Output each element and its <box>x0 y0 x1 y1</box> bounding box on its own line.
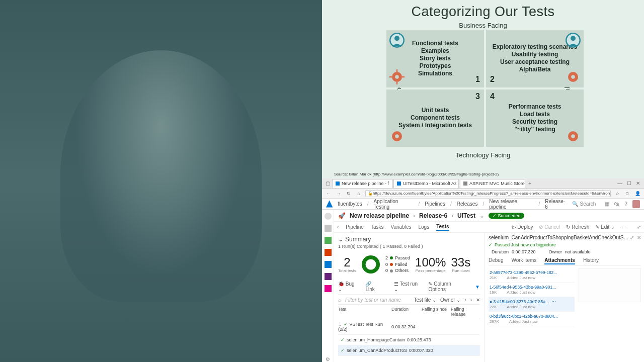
repos-icon[interactable] <box>325 249 332 256</box>
testfile-filter[interactable]: Test file ⌄ <box>414 297 436 303</box>
close-button[interactable]: ✕ <box>634 180 642 186</box>
edit-button[interactable]: ✎ Edit ⌄ <box>595 224 615 230</box>
svg-rect-4 <box>396 69 398 72</box>
minimize-button[interactable]: — <box>616 180 624 186</box>
stage-name[interactable]: UITest <box>457 212 475 219</box>
presenter-photo <box>0 0 322 362</box>
attachment-row[interactable]: 0-bd3f96cc-8bc1-42bb-a670-8804...297KAdd… <box>489 312 575 326</box>
more-button[interactable]: ⋯ <box>621 224 626 230</box>
shopping-icon[interactable]: 🛍 <box>614 201 619 207</box>
attachment-row[interactable]: ● 3-d15f4e00-8275-40e7-85a... ⋯22KAdded … <box>489 297 575 312</box>
refresh-button[interactable]: ↻ Refresh <box>566 224 589 230</box>
column-options-button[interactable]: ✎ Column Options <box>428 281 469 292</box>
profile-icon[interactable]: 👤 <box>634 191 641 196</box>
svg-point-9 <box>571 36 576 41</box>
address-bar[interactable]: 🔒 https://dev.azure.com/fluentbytes/Appl… <box>365 190 611 197</box>
browser-tab[interactable]: ASP.NET MVC Music Store <box>460 179 525 188</box>
tab-debug[interactable]: Debug <box>489 257 503 264</box>
svg-point-3 <box>395 75 399 79</box>
breadcrumb[interactable]: fluentbytes <box>338 201 362 207</box>
summary-panel: ⌄Summary 1 Run(s) Completed ( 1 Passed, … <box>334 233 484 362</box>
overview-icon[interactable] <box>325 213 332 220</box>
boards-icon[interactable] <box>325 225 332 232</box>
next-icon[interactable]: › <box>470 297 472 303</box>
prev-icon[interactable]: ‹ <box>464 297 466 303</box>
table-row[interactable]: ✓selenium_CanAddProductToS0:00:07.320 <box>338 345 480 356</box>
pipeline-name[interactable]: New release pipeline <box>350 212 409 219</box>
run-status: 1 Run(s) Completed ( 1 Passed, 0 Failed … <box>338 244 480 249</box>
home-button[interactable]: ⌂ <box>355 191 362 196</box>
table-row[interactable]: ⌄ ✓VSTest Test Run (2/2)0:00:32.794 <box>338 319 480 335</box>
tab-logs[interactable]: Logs <box>418 224 429 230</box>
attachment-row[interactable]: 1-56f54ed4-9535-43be-99a0-901...19KAdded… <box>489 283 575 297</box>
tab-tests[interactable]: Tests <box>436 224 449 231</box>
svg-rect-5 <box>396 82 398 84</box>
axis-bottom: Technology Facing <box>456 151 510 159</box>
svg-point-16 <box>364 257 378 272</box>
browser-tab[interactable]: New release pipeline - f <box>332 179 392 188</box>
help-icon[interactable]: ? <box>624 201 627 207</box>
favorite-icon[interactable]: ☆ <box>614 191 621 196</box>
release-name[interactable]: Release-6 <box>419 212 447 219</box>
refresh-button[interactable]: ↻ <box>345 191 352 196</box>
browser-window: ▢ New release pipeline - f UITestDemo - … <box>322 178 644 362</box>
bug-button[interactable]: 🐞 Bug ⌄ <box>338 281 359 292</box>
groupby-button[interactable]: ☰ Test run ⌄ <box>394 281 423 292</box>
deploy-button[interactable]: ▷ Deploy <box>512 224 533 230</box>
breadcrumb[interactable]: Release-6 <box>545 199 567 210</box>
settings-icon[interactable]: ⚙ <box>326 356 330 362</box>
clear-icon[interactable]: ✕ <box>476 297 480 303</box>
azure-devops-icon[interactable] <box>326 201 333 208</box>
tab-new-icon[interactable]: ▢ <box>324 180 331 186</box>
quad-number: 2 <box>490 74 495 84</box>
run-duration: 33s <box>451 256 470 268</box>
maximize-button[interactable]: ☐ <box>625 180 633 186</box>
summary-title[interactable]: ⌄Summary <box>338 236 480 243</box>
boards-work-icon[interactable] <box>325 237 332 244</box>
chevron-left-icon[interactable]: ‹ <box>337 224 339 230</box>
fullscreen-icon[interactable]: ⤢ <box>637 224 641 230</box>
quadrant-4: Performance tests Load tests Security te… <box>486 89 584 147</box>
breadcrumb[interactable]: Application Testing <box>373 199 413 210</box>
tab-attachments[interactable]: Attachments <box>544 257 575 264</box>
breadcrumb[interactable]: New release pipeline <box>489 199 533 210</box>
testplans-icon[interactable] <box>325 273 332 280</box>
filter-icon[interactable]: ▼ <box>475 284 480 290</box>
tab-tasks[interactable]: Tasks <box>371 224 384 230</box>
person-icon <box>389 33 405 48</box>
browser-tabstrip: ▢ New release pipeline - f UITestDemo - … <box>322 178 644 189</box>
table-row[interactable]: ✓selenium_HomepageContain0:00:25.473 <box>338 335 480 345</box>
owner-filter[interactable]: Owner ⌄ <box>440 297 460 303</box>
close-icon[interactable]: ✕ <box>637 235 641 240</box>
forward-button[interactable]: → <box>335 191 342 196</box>
filter-input[interactable]: Filter by test or run name <box>345 297 410 303</box>
tab-workitems[interactable]: Work items <box>511 257 536 264</box>
browser-tab[interactable]: UITestDemo - Microsoft Az <box>393 179 459 188</box>
new-tab-button[interactable]: + <box>526 180 533 186</box>
attachment-row[interactable]: 2-a9577e73-1299-4962-b7e9-c82...21KAdded… <box>489 268 575 283</box>
user-avatar[interactable] <box>632 200 640 208</box>
pass-percentage: 100% <box>415 256 446 268</box>
grid-icon[interactable]: ▦ <box>605 201 609 207</box>
search-box[interactable]: 🔍 Search <box>572 201 596 207</box>
ado-header: fluentbytes/ Application Testing/ Pipeli… <box>322 199 644 210</box>
detail-status: ✓ Passed Just now on bigpicture <box>489 242 641 247</box>
donut-chart <box>361 255 380 274</box>
person-icon <box>566 33 581 48</box>
tab-variables[interactable]: Variables <box>391 224 412 230</box>
artifacts-icon[interactable] <box>325 285 332 292</box>
expand-icon[interactable]: ⤢ <box>630 235 634 240</box>
svg-point-1 <box>394 36 399 41</box>
tab-pipeline[interactable]: Pipeline <box>346 224 364 230</box>
favorites-icon[interactable]: ✩ <box>624 191 631 196</box>
breadcrumb[interactable]: Releases <box>457 201 478 207</box>
pipelines-icon[interactable] <box>325 261 332 268</box>
back-button[interactable]: ← <box>325 191 332 196</box>
tab-history[interactable]: History <box>583 257 599 264</box>
breadcrumb[interactable]: Pipelines <box>425 201 445 207</box>
chevron-down-icon[interactable]: ⌄ <box>479 212 485 219</box>
slide-title: Categorizing Our Tests <box>327 4 639 20</box>
cancel-button[interactable]: ⊘ Cancel <box>539 224 560 230</box>
svg-rect-6 <box>389 76 392 77</box>
link-button[interactable]: 🔗 Link <box>365 281 381 292</box>
